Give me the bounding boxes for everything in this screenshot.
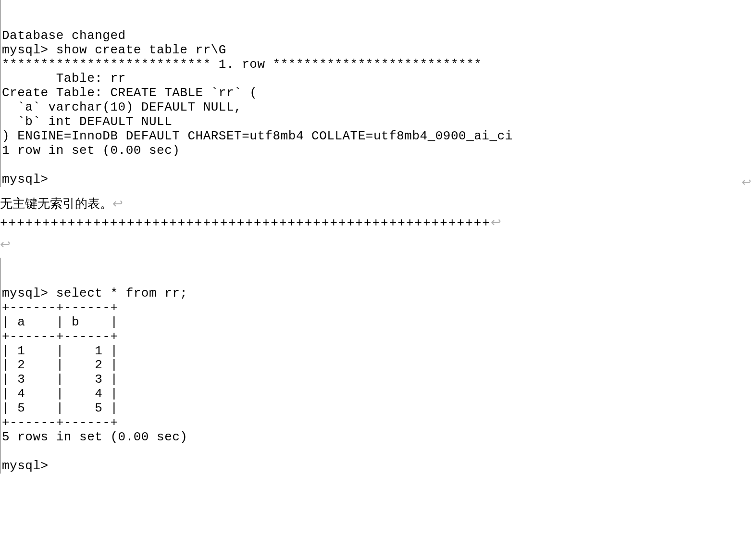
term2-select: mysql> select * from rr; (2, 286, 187, 300)
term2-prompt: mysql> (2, 459, 49, 473)
term2-row-1: | 1 | 1 | (2, 344, 118, 358)
plus-row: ++++++++++++++++++++++++++++++++++++++++… (0, 216, 491, 230)
caption-text: 无主键无索引的表。↩ (0, 197, 756, 211)
term2-row-2: | 2 | 2 | (2, 358, 118, 372)
term2-row-5: | 5 | 5 | (2, 401, 118, 415)
caption-label: 无主键无索引的表。 (0, 196, 112, 211)
term1-col-b: `b` int DEFAULT NULL (2, 114, 172, 129)
term1-rows-in-set: 1 row in set (0.00 sec) (2, 143, 180, 158)
term2-row-3: | 3 | 3 | (2, 372, 118, 387)
term2-border-bot: +------+------+ (2, 415, 118, 430)
term1-create-table: Create Table: CREATE TABLE `rr` ( (2, 86, 257, 100)
term1-db-changed: Database changed (2, 28, 126, 43)
term2-border-top: +------+------+ (2, 300, 118, 315)
term1-col-a: `a` varchar(10) DEFAULT NULL, (2, 100, 242, 114)
plus-separator: ++++++++++++++++++++++++++++++++++++++++… (0, 215, 756, 231)
term1-show-create: mysql> show create table rr\G (2, 43, 226, 57)
pilcrow-icon: ↩ (0, 237, 11, 251)
term2-border-mid: +------+------+ (2, 329, 118, 344)
term1-prompt: mysql> (2, 172, 49, 187)
document-container: Database changed mysql> show create tabl… (0, 0, 756, 474)
terminal-block-1: Database changed mysql> show create tabl… (0, 0, 756, 187)
pilcrow-icon: ↩ (742, 175, 751, 189)
term1-table-name: Table: rr (2, 71, 126, 86)
pilcrow-icon: ↩ (112, 196, 123, 211)
terminal-block-2: mysql> select * from rr; +------+------+… (0, 258, 756, 473)
term1-row-sep: *************************** 1. row *****… (2, 57, 482, 72)
term1-engine: ) ENGINE=InnoDB DEFAULT CHARSET=utf8mb4 … (2, 129, 513, 143)
term2-header: | a | b | (2, 315, 118, 329)
term2-row-4: | 4 | 4 | (2, 387, 118, 401)
pilcrow-icon: ↩ (491, 215, 502, 229)
blank-line: ↩ (0, 238, 756, 253)
term2-rows-in-set: 5 rows in set (0.00 sec) (2, 430, 187, 444)
